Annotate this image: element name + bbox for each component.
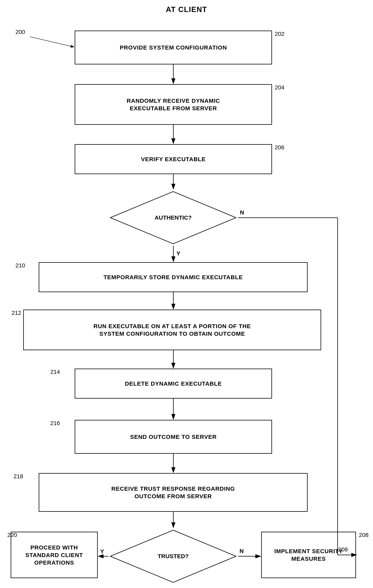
diamond-authentic: AUTHENTIC? [108, 190, 238, 246]
label-step-220: 220 [7, 532, 17, 538]
diamond-trusted: TRUSTED? [108, 528, 238, 584]
box-220: PROCEED WITH STANDARD CLIENT OPERATIONS [11, 532, 98, 578]
box-210: TEMPORARILY STORE DYNAMIC EXECUTABLE [39, 262, 308, 292]
label-step-218: 218 [13, 473, 23, 480]
label-step-204: 204 [275, 84, 284, 91]
label-step-214: 214 [50, 368, 60, 375]
svg-text:Y: Y [100, 548, 104, 555]
box-218: RECEIVE TRUST RESPONSE REGARDING OUTCOME… [39, 473, 308, 512]
svg-text:N: N [239, 548, 244, 554]
svg-line-3 [30, 37, 74, 47]
label-step-210: 210 [15, 262, 25, 269]
label-step-208: 208 [359, 532, 369, 538]
diagram-container: AT CLIENT 200 PROVIDE SYSTEM CONFIGURATI… [0, 0, 373, 588]
box-208: IMPLEMENT SECURITY MEASURES [261, 532, 356, 578]
label-200: 200 [15, 29, 25, 35]
label-step-202: 202 [275, 31, 284, 37]
svg-marker-1 [110, 530, 236, 582]
box-206: VERIFY EXECUTABLE [75, 144, 272, 174]
box-202: PROVIDE SYSTEM CONFIGURATION [75, 31, 272, 64]
label-step-206: 206 [275, 144, 284, 151]
page-title: AT CLIENT [0, 5, 373, 14]
svg-text:N: N [240, 209, 244, 216]
svg-marker-0 [110, 191, 236, 244]
label-step-216: 216 [50, 420, 60, 426]
svg-text:Y: Y [176, 250, 180, 257]
box-214: DELETE DYNAMIC EXECUTABLE [75, 368, 272, 399]
label-step-212: 212 [12, 310, 21, 316]
box-204: RANDOMLY RECEIVE DYNAMIC EXECUTABLE FROM… [75, 84, 272, 125]
box-212: RUN EXECUTABLE ON AT LEAST A PORTION OF … [23, 310, 321, 350]
box-216: SEND OUTCOME TO SERVER [75, 420, 272, 454]
